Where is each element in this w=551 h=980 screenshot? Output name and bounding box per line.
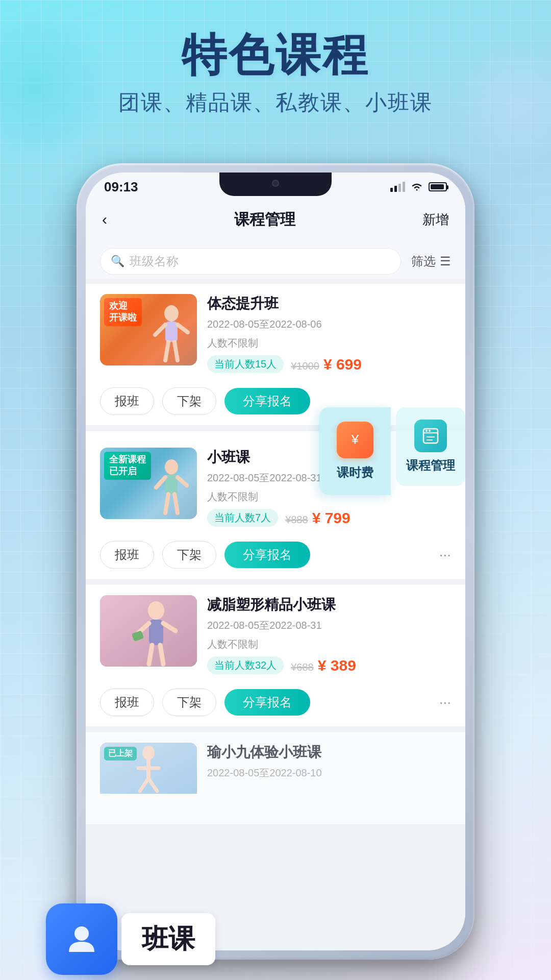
course-meta-2b: 当前人数7人 ¥888 ¥ 799	[207, 509, 451, 527]
signal-icon	[390, 182, 405, 192]
svg-line-9	[178, 477, 187, 485]
course-date-3: 2022-08-05至2022-08-31	[207, 619, 451, 632]
svg-line-17	[149, 645, 152, 664]
user-icon-button[interactable]	[46, 903, 117, 975]
course-mgmt-label: 课程管理	[406, 457, 455, 474]
page-title: 课程管理	[234, 209, 295, 230]
overlay-panel: ¥ 课时费	[319, 407, 465, 495]
course-thumb-2: 已上架 全新课程 已开启	[100, 448, 197, 519]
course-thumb-img-3	[100, 595, 197, 667]
takedown-btn-3[interactable]: 下架	[162, 689, 216, 716]
signal-bar-4	[403, 182, 405, 192]
filter-button[interactable]: 筛选 ☰	[411, 253, 451, 270]
course-mgmt-icon	[414, 420, 447, 452]
takedown-btn-2[interactable]: 下架	[162, 541, 216, 569]
bottom-section: 班课	[46, 903, 215, 975]
price-current-1: ¥ 699	[323, 356, 362, 373]
course-name-3: 减脂塑形精品小班课	[207, 595, 451, 615]
people-badge-3: 当前人数32人	[207, 656, 284, 674]
course-thumb-3	[100, 595, 197, 667]
people-badge-1: 当前人数15人	[207, 355, 284, 373]
course-meta-3b: 当前人数32人 ¥688 ¥ 389	[207, 656, 451, 674]
svg-line-3	[178, 325, 188, 332]
course-card-3: 减脂塑形精品小班课 2022-08-05至2022-08-31 人数不限制 当前…	[86, 585, 465, 726]
course-meta-1: 人数不限制	[207, 336, 451, 350]
price-section-2: ¥888 ¥ 799	[285, 509, 350, 527]
search-input[interactable]: 班级名称	[130, 253, 179, 270]
status-time: 09:13	[104, 179, 138, 195]
no-limit-2: 人数不限制	[207, 490, 258, 504]
more-btn-2[interactable]: ···	[439, 547, 451, 563]
class-label-text: 班课	[142, 924, 195, 953]
price-original-3: ¥688	[291, 662, 314, 673]
phone-shell: 09:13	[77, 163, 474, 960]
thumb-promo-2: 全新课程 已开启	[104, 452, 151, 480]
lesson-fee-icon: ¥	[337, 422, 373, 458]
card-actions-2: 报班 下架 分享报名 ···	[100, 541, 451, 569]
price-section-1: ¥1000 ¥ 699	[291, 356, 362, 373]
thumb-promo-1: 欢迎 开课啦	[104, 298, 142, 326]
back-button[interactable]: ‹	[102, 211, 107, 228]
course-info-4: 瑜小九体验小班课 2022-08-05至2022-08-10	[207, 743, 451, 785]
phone-screen: 09:13	[86, 173, 465, 950]
course-thumb-4: 已上架	[100, 743, 197, 814]
svg-line-4	[165, 342, 168, 360]
phone-wrapper: 09:13	[77, 163, 474, 960]
svg-line-10	[165, 494, 168, 513]
price-current-3: ¥ 389	[318, 657, 356, 674]
svg-point-34	[74, 926, 89, 941]
price-original-2: ¥888	[285, 514, 308, 526]
search-icon: 🔍	[111, 255, 124, 268]
course-meta-3: 人数不限制	[207, 638, 451, 651]
svg-line-8	[156, 477, 165, 487]
register-btn-3[interactable]: 报班	[100, 689, 154, 716]
app-bar: ‹ 课程管理 新增	[86, 201, 465, 238]
no-limit-3: 人数不限制	[207, 638, 258, 651]
header-section: 特色课程 团课、精品课、私教课、小班课	[0, 31, 551, 117]
course-info-1: 体态提升班 2022-08-05至2022-08-06 人数不限制 当前人数15…	[207, 294, 451, 378]
search-box[interactable]: 🔍 班级名称	[100, 248, 401, 275]
svg-line-11	[174, 494, 178, 513]
phone-notch	[219, 173, 332, 196]
course-card-4-inner: 已上架 瑜小九体验小班课 2022-08-05至2022-08-10	[100, 743, 451, 814]
course-card-4: 已上架 瑜小九体验小班课 2022-08-05至2022-08-10	[86, 732, 465, 824]
course-card-1-inner: 已上架 欢迎 开课啦 体态提升班 2022-08-05至2022-08-06 人…	[100, 294, 451, 378]
add-button[interactable]: 新增	[422, 211, 449, 229]
signal-bar-2	[394, 186, 397, 192]
price-current-2: ¥ 799	[312, 509, 350, 527]
battery-fill	[431, 184, 444, 189]
signal-bar-1	[390, 188, 393, 192]
svg-point-22	[142, 746, 155, 760]
price-section-3: ¥688 ¥ 389	[291, 657, 356, 674]
price-original-1: ¥1000	[291, 360, 319, 372]
course-mgmt-card[interactable]: 课程管理	[396, 407, 465, 486]
lesson-fee-card[interactable]: ¥ 课时费	[319, 407, 391, 495]
course-list: 已上架 欢迎 开课啦 体态提升班 2022-08-05至2022-08-06 人…	[86, 279, 465, 950]
share-btn-1[interactable]: 分享报名	[224, 388, 310, 414]
battery-icon	[429, 182, 447, 191]
card-actions-3: 报班 下架 分享报名 ···	[100, 689, 451, 716]
course-date-4: 2022-08-05至2022-08-10	[207, 766, 451, 780]
course-name-4: 瑜小九体验小班课	[207, 743, 451, 762]
course-card-3-inner: 减脂塑形精品小班课 2022-08-05至2022-08-31 人数不限制 当前…	[100, 595, 451, 679]
course-meta-1b: 当前人数15人 ¥1000 ¥ 699	[207, 355, 451, 373]
course-info-3: 减脂塑形精品小班课 2022-08-05至2022-08-31 人数不限制 当前…	[207, 595, 451, 679]
more-btn-3[interactable]: ···	[439, 694, 451, 710]
wifi-icon	[410, 182, 423, 192]
main-title: 特色课程	[0, 31, 551, 80]
course-thumb-1: 已上架 欢迎 开课啦	[100, 294, 197, 365]
svg-text:¥: ¥	[351, 432, 359, 447]
search-section: 🔍 班级名称 筛选 ☰	[86, 244, 465, 279]
svg-line-2	[155, 325, 165, 335]
svg-point-31	[429, 430, 431, 432]
takedown-btn-1[interactable]: 下架	[162, 387, 216, 415]
register-btn-1[interactable]: 报班	[100, 387, 154, 415]
share-btn-3[interactable]: 分享报名	[224, 689, 310, 716]
register-btn-2[interactable]: 报班	[100, 541, 154, 569]
no-limit-1: 人数不限制	[207, 336, 258, 350]
lesson-fee-label: 课时费	[337, 464, 373, 481]
svg-line-18	[160, 645, 163, 664]
share-btn-2[interactable]: 分享报名	[224, 542, 310, 568]
phone-camera	[272, 180, 279, 187]
svg-point-0	[164, 305, 179, 322]
